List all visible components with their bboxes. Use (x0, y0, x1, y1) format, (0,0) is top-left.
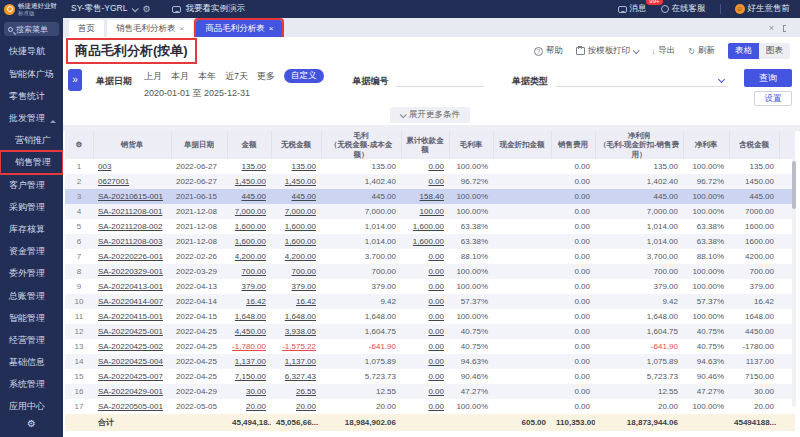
cell-received[interactable]: 0.00 (401, 264, 449, 279)
cell-link[interactable]: 0.00 (428, 297, 444, 306)
cell-link[interactable]: 20.00 (296, 402, 316, 411)
cell-link[interactable]: 7,150.00 (235, 372, 266, 381)
cell-amount[interactable]: 30.00 (227, 384, 271, 399)
cell-doc[interactable]: SA-20220226-001 (93, 249, 171, 264)
cell-link[interactable]: 30.00 (246, 387, 266, 396)
column-settings-gear-icon[interactable]: ⚙ (65, 131, 93, 159)
cell-link[interactable]: 4,450.00 (235, 327, 266, 336)
cell-net_amount[interactable]: 7,000.00 (271, 204, 321, 219)
col-header-8[interactable]: 销售费用 (551, 131, 595, 159)
cell-link[interactable]: 26.55 (296, 387, 316, 396)
sidebar-item-9[interactable]: 资金管理 (0, 240, 63, 262)
cell-link[interactable]: 1,600.00 (235, 222, 266, 231)
table-row[interactable]: 14SA-20220425-0042022-04-251,137.001,137… (65, 354, 795, 369)
cell-link[interactable]: 16.42 (296, 297, 316, 306)
cell-link[interactable]: 0.00 (428, 282, 444, 291)
sidebar-item-16[interactable]: 应用中心 (0, 395, 63, 417)
sidebar-item-7[interactable]: 采购管理 (0, 196, 63, 218)
cell-doc[interactable]: 003 (93, 159, 171, 174)
cell-doc[interactable]: SA-20211208-003 (93, 234, 171, 249)
cell-net_amount[interactable]: 700.00 (271, 264, 321, 279)
refresh-button[interactable]: ↻刷新 (688, 45, 715, 57)
cell-doc[interactable]: 0627001 (93, 174, 171, 189)
cell-link[interactable]: 0.00 (428, 177, 444, 186)
cell-link[interactable]: 135.00 (292, 162, 316, 171)
cell-link[interactable]: 158.40 (420, 192, 444, 201)
cell-link[interactable]: 135.00 (242, 162, 266, 171)
cell-link[interactable]: 1,600.00 (285, 237, 316, 246)
cell-link[interactable]: 20.00 (246, 402, 266, 411)
sidebar-gear-icon[interactable]: ⚙ (0, 418, 63, 437)
cell-link[interactable]: 0.00 (428, 252, 444, 261)
cell-amount[interactable]: 4,450.00 (227, 324, 271, 339)
cell-net_amount[interactable]: -1,575.22 (271, 339, 321, 354)
cell-link[interactable]: 0.00 (428, 162, 444, 171)
custom-range-button[interactable]: 自定义 (284, 69, 324, 83)
cell-link[interactable]: 0.00 (428, 372, 444, 381)
cell-link[interactable]: 7,000.00 (285, 207, 316, 216)
col-header-6[interactable]: 毛利率 (449, 131, 493, 159)
cell-link[interactable]: SA-20220329-001 (98, 267, 163, 276)
cell-link[interactable]: 0.00 (428, 357, 444, 366)
tab-close-icon[interactable]: × (269, 24, 274, 33)
cell-link[interactable]: 0.00 (428, 342, 444, 351)
cell-link[interactable]: -1,575.22 (282, 342, 316, 351)
cell-link[interactable]: 1,600.00 (413, 222, 444, 231)
cell-net_amount[interactable]: 1,600.00 (271, 234, 321, 249)
table-row[interactable]: 3SA-20210615-0012021-06-15445.00445.0044… (65, 189, 795, 204)
cell-received[interactable]: 0.00 (401, 159, 449, 174)
cell-doc[interactable]: SA-20220425-001 (93, 324, 171, 339)
cell-amount[interactable]: 700.00 (227, 264, 271, 279)
cell-received[interactable]: 1,600.00 (401, 219, 449, 234)
cell-link[interactable]: 1,450.00 (235, 177, 266, 186)
cell-link[interactable]: 1,600.00 (285, 222, 316, 231)
doc-no-input[interactable] (396, 73, 484, 87)
cell-amount[interactable]: 20.00 (227, 399, 271, 414)
cell-link[interactable]: 379.00 (292, 282, 316, 291)
cell-link[interactable]: 1,137.00 (235, 357, 266, 366)
quick-range-2[interactable]: 本年 (198, 70, 216, 83)
cell-net_amount[interactable]: 379.00 (271, 279, 321, 294)
cell-net_amount[interactable]: 1,600.00 (271, 219, 321, 234)
cell-link[interactable]: 1,648.00 (285, 312, 316, 321)
cell-link[interactable]: SA-20220415-001 (98, 312, 163, 321)
cell-link[interactable]: 0.00 (428, 267, 444, 276)
doc-type-select[interactable] (556, 73, 726, 87)
sidebar-item-15[interactable]: 系统管理 (0, 373, 63, 395)
sidebar-item-13[interactable]: 经营管理 (0, 329, 63, 351)
cell-doc[interactable]: SA-20220425-007 (93, 369, 171, 384)
cell-doc[interactable]: SA-20220415-001 (93, 309, 171, 324)
cell-link[interactable]: 100.00 (420, 207, 444, 216)
search-button[interactable]: 查询 (744, 69, 792, 87)
sidebar-item-6[interactable]: 客户管理 (0, 174, 63, 196)
view-table-button[interactable]: 表格 (728, 43, 759, 59)
cell-received[interactable]: 0.00 (401, 279, 449, 294)
cell-link[interactable]: 16.42 (246, 297, 266, 306)
cell-link[interactable]: 445.00 (292, 192, 316, 201)
advisor-button[interactable]: ☺ 好生意售前 (735, 3, 791, 15)
col-header-10[interactable]: 净利率 (683, 131, 729, 159)
cell-link[interactable]: SA-20211208-002 (98, 222, 162, 231)
cell-link[interactable]: 1,600.00 (235, 237, 266, 246)
table-row[interactable]: 9SA-20220413-0012022-04-13379.00379.0037… (65, 279, 795, 294)
cell-net_amount[interactable]: 6,327.43 (271, 369, 321, 384)
cell-received[interactable]: 0.00 (401, 384, 449, 399)
cell-link[interactable]: SA-20220425-001 (98, 327, 163, 336)
table-row[interactable]: 10032022-06-27135.00135.00135.000.00100.… (65, 159, 795, 174)
table-row[interactable]: 17SA-20220505-0012022-05-0520.0020.0020.… (65, 399, 795, 414)
cell-link[interactable]: 0.00 (428, 327, 444, 336)
expand-more-filters-button[interactable]: 展开更多条件 (390, 107, 470, 123)
cell-net_amount[interactable]: 3,938.05 (271, 324, 321, 339)
col-header-1[interactable]: 单据日期 (171, 131, 227, 159)
cell-doc[interactable]: SA-20220505-001 (93, 399, 171, 414)
cell-net_amount[interactable]: 20.00 (271, 399, 321, 414)
cell-amount[interactable]: 379.00 (227, 279, 271, 294)
table-row[interactable]: 16SA-20220429-0012022-04-2930.0026.5512.… (65, 384, 795, 399)
cell-doc[interactable]: SA-20220429-001 (93, 384, 171, 399)
cell-link[interactable]: SA-20211208-001 (98, 207, 162, 216)
cell-received[interactable]: 1,600.00 (401, 234, 449, 249)
scrollbar-thumb[interactable] (792, 161, 796, 209)
cell-link[interactable]: SA-20220429-001 (98, 387, 163, 396)
cell-received[interactable]: 158.40 (401, 189, 449, 204)
table-row[interactable]: 13SA-20220425-0022022-04-25-1,780.00-1,5… (65, 339, 795, 354)
